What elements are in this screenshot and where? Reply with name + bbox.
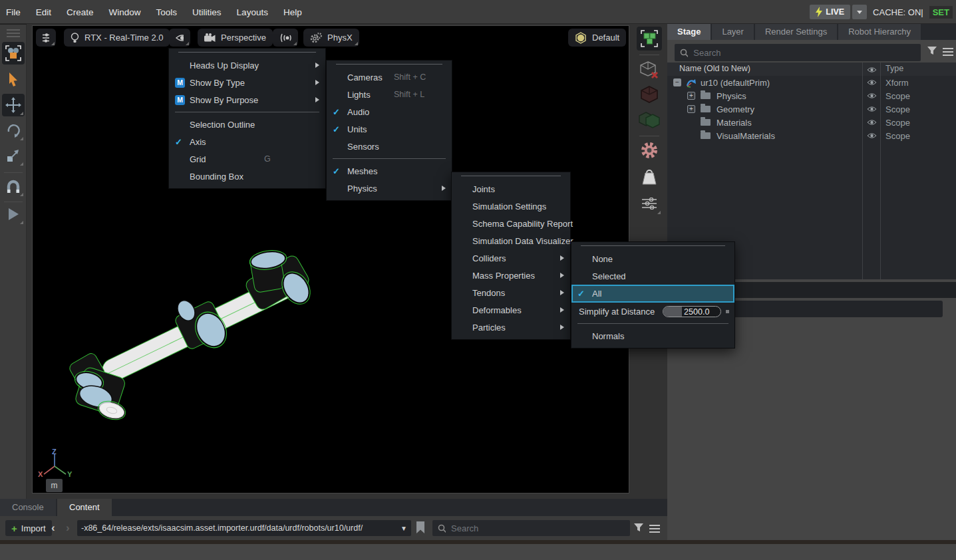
import-button[interactable]: + Import	[5, 520, 52, 536]
select-tool-button[interactable]	[2, 69, 25, 91]
prim-name[interactable]: Physics	[717, 91, 746, 101]
prim-name[interactable]: ur10 (defaultPrim)	[701, 78, 770, 88]
physx-button[interactable]: PhysX	[303, 29, 359, 47]
move-tool-button[interactable]	[2, 94, 25, 116]
rotate-tool-button[interactable]	[2, 119, 25, 142]
live-dropdown-button[interactable]	[852, 5, 867, 19]
visibility-eye-icon[interactable]	[867, 104, 877, 114]
tree-row-visualmaterials[interactable]: VisualMaterials Scope	[667, 129, 956, 142]
simplify-distance-slider[interactable]: 2500.0	[663, 306, 721, 317]
tree-row-physics[interactable]: + Physics Scope	[667, 89, 956, 102]
content-search-input[interactable]	[451, 523, 625, 533]
menu-tools[interactable]: Tools	[156, 7, 178, 17]
menu-create[interactable]: Create	[67, 7, 94, 17]
tree-row-materials[interactable]: Materials Scope	[667, 116, 956, 129]
visibility-eye-icon[interactable]	[867, 131, 877, 141]
toolbar-drag-handle[interactable]	[7, 29, 20, 37]
menu-item-deformables[interactable]: Deformables	[452, 301, 570, 319]
tab-layer[interactable]: Layer	[712, 24, 754, 40]
menu-window[interactable]: Window	[109, 7, 141, 17]
sensor-button[interactable]	[273, 29, 298, 47]
tab-content[interactable]: Content	[57, 499, 112, 516]
stage-filter-button[interactable]	[927, 46, 937, 59]
tab-robot-hierarchy[interactable]: Robot Hierarchy	[838, 24, 921, 40]
menu-item-lights[interactable]: Lights Shift + L	[327, 86, 452, 103]
stage-search-field[interactable]	[675, 44, 921, 61]
visibility-eye-icon[interactable]	[867, 118, 877, 128]
physics-settings-button[interactable]	[637, 138, 662, 162]
selection-mode-button[interactable]	[2, 42, 25, 65]
menu-item-show-by-purpose[interactable]: M Show By Purpose	[169, 91, 325, 108]
bookmark-icon[interactable]	[416, 521, 425, 534]
menu-item-all[interactable]: ✓ All	[571, 285, 734, 303]
tab-stage[interactable]: Stage	[667, 24, 711, 40]
prim-name[interactable]: Geometry	[717, 104, 754, 114]
menu-item-particles[interactable]: Particles	[452, 319, 570, 336]
stage-search-input[interactable]	[693, 48, 915, 58]
path-breadcrumb-field[interactable]: -x86_64/release/exts/isaacsim.asset.impo…	[77, 520, 411, 536]
content-options-button[interactable]	[649, 523, 660, 535]
play-button[interactable]	[2, 203, 25, 225]
menu-item-simulation-settings[interactable]: Simulation Settings	[452, 198, 570, 215]
visibility-eye-icon[interactable]	[867, 78, 877, 88]
rigid-body-button[interactable]	[637, 82, 662, 106]
menu-item-mass-properties[interactable]: Mass Properties	[452, 267, 570, 284]
collapse-toggle[interactable]: −	[673, 78, 681, 86]
menu-file[interactable]: File	[6, 7, 21, 17]
camera-button[interactable]: Perspective	[198, 29, 273, 47]
menu-item-simplify-at-distance[interactable]: Simplify at Distance 2500.0	[571, 303, 734, 320]
tree-row-ur10[interactable]: − ur10 (defaultPrim) Xform	[667, 76, 956, 89]
menu-item-bounding-box[interactable]: Bounding Box	[169, 168, 325, 185]
forward-button[interactable]: ›	[66, 520, 70, 536]
remove-physics-button[interactable]	[637, 59, 662, 82]
display-options-button[interactable]	[169, 29, 190, 47]
menu-item-joints[interactable]: Joints	[452, 180, 570, 198]
live-sync-button[interactable]: LIVE	[810, 5, 850, 19]
mass-tool-button[interactable]	[637, 165, 662, 189]
menu-item-none[interactable]: None	[571, 250, 734, 267]
snap-tool-button[interactable]	[2, 175, 25, 198]
menu-item-meshes[interactable]: ✓ Meshes	[327, 162, 452, 180]
physics-authoring-select-button[interactable]	[637, 27, 662, 51]
menu-layouts[interactable]: Layouts	[237, 7, 268, 17]
renderer-button[interactable]: RTX - Real-Time 2.0	[64, 29, 170, 47]
stage-options-button[interactable]	[943, 46, 953, 58]
menu-item-sensors[interactable]: Sensors	[327, 138, 452, 155]
scale-tool-button[interactable]	[2, 144, 25, 167]
menu-item-show-by-type[interactable]: M Show By Type	[169, 74, 325, 91]
menu-item-selected[interactable]: Selected	[571, 267, 734, 285]
lighting-mode-button[interactable]: Default	[568, 29, 626, 47]
menu-item-grid[interactable]: Grid G	[169, 150, 325, 168]
back-button[interactable]: ‹	[51, 520, 55, 536]
prim-name[interactable]: VisualMaterials	[717, 131, 775, 141]
menu-edit[interactable]: Edit	[36, 7, 51, 17]
menu-item-tendons[interactable]: Tendons	[452, 284, 570, 301]
expand-toggle[interactable]: +	[687, 92, 695, 100]
collider-group-button[interactable]	[637, 108, 662, 132]
column-type[interactable]: Type	[885, 64, 903, 73]
menu-utilities[interactable]: Utilities	[192, 7, 222, 17]
viewport-settings-button[interactable]	[36, 29, 56, 47]
filter-funnel-icon[interactable]	[633, 523, 644, 533]
expand-toggle[interactable]: +	[687, 105, 695, 113]
menu-item-simulation-data-visualizer[interactable]: Simulation Data Visualizer	[452, 232, 570, 249]
menu-item-colliders[interactable]: Colliders	[452, 249, 570, 267]
menu-item-axis[interactable]: ✓ Axis	[169, 133, 325, 150]
physics-debug-options-button[interactable]	[637, 192, 662, 215]
menu-help[interactable]: Help	[283, 7, 302, 17]
content-search-field[interactable]	[432, 520, 630, 536]
menu-item-physics[interactable]: Physics	[327, 180, 452, 197]
column-name[interactable]: Name (Old to New)	[679, 64, 750, 73]
path-dropdown-icon[interactable]: ▼	[400, 525, 407, 532]
prim-name[interactable]: Materials	[717, 118, 752, 128]
menu-item-cameras[interactable]: Cameras Shift + C	[327, 69, 452, 86]
menu-item-audio[interactable]: ✓ Audio	[327, 103, 452, 120]
tree-row-geometry[interactable]: + Geometry Scope	[667, 102, 956, 116]
tab-render-settings[interactable]: Render Settings	[755, 24, 837, 40]
visibility-eye-icon[interactable]	[867, 91, 877, 101]
menu-item-schema-capability-report[interactable]: Schema Capability Report	[452, 215, 570, 232]
cache-set-button[interactable]: SET	[929, 6, 953, 19]
slider-reset-dot[interactable]	[726, 310, 729, 313]
menu-item-normals[interactable]: Normals	[571, 327, 734, 345]
menu-item-units[interactable]: ✓ Units	[327, 120, 452, 138]
